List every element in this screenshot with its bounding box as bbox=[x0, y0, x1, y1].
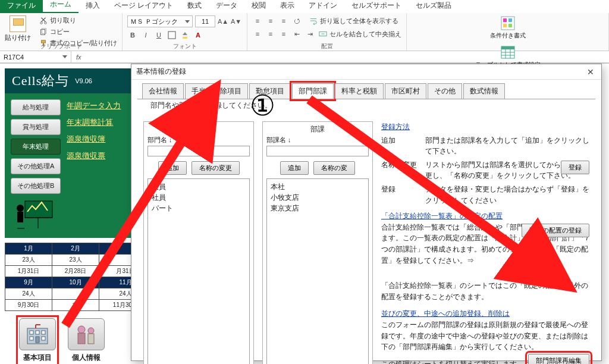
cal-c: 9月30日 bbox=[5, 300, 52, 311]
orientation-icon[interactable]: ⭯ bbox=[291, 15, 302, 26]
ribbon-tab-review[interactable]: 校閲 bbox=[244, 0, 273, 13]
section-list[interactable]: 本社 小牧支店 東京支店 bbox=[266, 178, 369, 364]
link-data-input[interactable]: 年調データ入力 bbox=[67, 101, 121, 111]
ribbon-tab-data[interactable]: データ bbox=[209, 0, 244, 13]
align-middle-icon[interactable]: ≡ bbox=[265, 15, 276, 26]
cond-format-button[interactable]: 条件付き書式 bbox=[412, 15, 604, 39]
indent-inc-icon[interactable]: ⇥ bbox=[304, 29, 315, 39]
big-btn-basic[interactable]: 基本項目 bbox=[19, 318, 56, 363]
svg-rect-6 bbox=[168, 32, 175, 39]
align-left-icon[interactable]: ≡ bbox=[252, 29, 263, 39]
worksheet-stage: Cells給与 V9.06 処 給与処理 賞与処理 年末処理 その他処理A その… bbox=[0, 64, 609, 364]
dept-name-input[interactable] bbox=[147, 146, 250, 156]
svg-rect-28 bbox=[88, 334, 94, 344]
dlg-tab-attend[interactable]: 勤怠項目 bbox=[249, 83, 291, 99]
cut-button[interactable]: 切り取り bbox=[39, 15, 117, 26]
side-btn-payroll[interactable]: 給与処理 bbox=[11, 99, 61, 115]
cal-c: 24人 bbox=[5, 288, 52, 300]
align-right-icon[interactable]: ≡ bbox=[278, 29, 289, 39]
dlg-tab-other[interactable]: その他 bbox=[428, 83, 462, 99]
svg-rect-23 bbox=[36, 337, 39, 343]
dlg-tab-allowance[interactable]: 手当・控除項目 bbox=[185, 83, 248, 99]
people-icon bbox=[68, 318, 105, 350]
help-link-reorder[interactable]: 並びの変更、中途への追加登録、削除は bbox=[381, 308, 593, 319]
dlg-tab-rate-tax[interactable]: 料率と税額 bbox=[335, 83, 384, 99]
paste-button[interactable]: 貼り付け bbox=[5, 15, 36, 42]
italic-icon[interactable]: I bbox=[140, 30, 151, 40]
side-btn-other-a[interactable]: その他処理A bbox=[11, 158, 61, 174]
section-rename-button[interactable]: 名称の変 bbox=[313, 161, 355, 175]
indent-dec-icon[interactable]: ⇤ bbox=[291, 29, 302, 39]
help-link-layout[interactable]: 「合計支給控除一覧表」の既定の配置 bbox=[381, 211, 593, 222]
dept-header: 部門 bbox=[144, 122, 253, 136]
list-item[interactable]: 東京支店 bbox=[271, 203, 365, 214]
dialog-help: 登録方法 追加 部門または部課名を入力して「追加」をクリックして下さい。 名称の… bbox=[381, 121, 593, 364]
help-para: このフォームの部門部課の登録は原則新規の登録で最後尾への登録です。年度の途中で中… bbox=[381, 319, 593, 353]
align-top-icon[interactable]: ≡ bbox=[252, 15, 263, 26]
table-icon bbox=[500, 45, 516, 60]
side-btn-yearend[interactable]: 年末処理 bbox=[11, 139, 61, 155]
svg-rect-14 bbox=[501, 46, 514, 49]
ribbon-tab-insert[interactable]: 挿入 bbox=[79, 0, 107, 13]
border-icon[interactable] bbox=[167, 30, 177, 40]
dlg-tab-formula[interactable]: 数式情報 bbox=[463, 83, 505, 99]
cal-c: 23人 bbox=[5, 255, 52, 266]
copy-button[interactable]: コピー bbox=[39, 27, 117, 37]
font-color-icon[interactable]: A bbox=[193, 30, 203, 40]
section-add-button[interactable]: 追加 bbox=[280, 161, 309, 175]
file-tab[interactable]: ファイル bbox=[0, 0, 43, 13]
dept-list[interactable]: 役員 社員 パート bbox=[147, 178, 250, 364]
default-layout-button[interactable]: 既定の配置の登録 bbox=[522, 224, 589, 237]
list-item[interactable]: 役員 bbox=[152, 181, 246, 192]
ribbon-tab-addins[interactable]: アドイン bbox=[302, 0, 344, 13]
side-btn-other-b[interactable]: その他処理B bbox=[11, 178, 61, 194]
ribbon-tab-formulas[interactable]: 数式 bbox=[180, 0, 209, 13]
decrease-font-icon[interactable]: A▼ bbox=[231, 16, 241, 27]
reedit-button[interactable]: 部門部課再編集 bbox=[528, 354, 589, 364]
big-btn-personal[interactable]: 個人情報 bbox=[68, 318, 105, 363]
merge-label: セルを結合して中央揃え bbox=[329, 30, 401, 39]
underline-icon[interactable]: U bbox=[153, 30, 164, 40]
list-item[interactable]: パート bbox=[152, 203, 246, 214]
side-btn-bonus[interactable]: 賞与処理 bbox=[11, 119, 61, 135]
font-family-value: ＭＳ Ｐゴシック bbox=[130, 17, 178, 26]
dlg-tab-department[interactable]: 部門部課 bbox=[292, 83, 334, 99]
name-box[interactable]: R17C4 bbox=[0, 51, 71, 62]
dept-rename-button[interactable]: 名称の変更 bbox=[192, 161, 240, 175]
merge-center-button[interactable]: セルを結合して中央揃え bbox=[319, 29, 401, 39]
increase-font-icon[interactable]: A▲ bbox=[218, 16, 228, 27]
bold-icon[interactable]: B bbox=[127, 30, 138, 40]
dlg-tab-company[interactable]: 会社情報 bbox=[142, 83, 184, 99]
align-bottom-icon[interactable]: ≡ bbox=[278, 15, 289, 26]
alignment-group-label: 配置 bbox=[247, 42, 406, 51]
fx-icon[interactable]: fx bbox=[71, 54, 86, 61]
svg-rect-24 bbox=[42, 337, 45, 340]
list-item[interactable]: 小牧支店 bbox=[271, 192, 365, 203]
link-calc[interactable]: 年末調整計算 bbox=[67, 117, 121, 128]
list-item[interactable]: 社員 bbox=[152, 192, 246, 203]
ribbon-tab-page-layout[interactable]: ページ レイアウト bbox=[107, 0, 180, 13]
kv-k: 追加 bbox=[381, 135, 419, 157]
align-center-icon[interactable]: ≡ bbox=[265, 29, 276, 39]
section-name-input[interactable] bbox=[266, 146, 369, 156]
dept-add-button[interactable]: 追加 bbox=[158, 161, 187, 175]
cal-c: 23人 bbox=[52, 255, 99, 266]
font-family-select[interactable]: ＭＳ Ｐゴシック bbox=[127, 15, 193, 27]
list-item[interactable]: 本社 bbox=[271, 181, 365, 192]
cond-format-icon bbox=[500, 15, 516, 31]
register-button[interactable]: 登録 bbox=[561, 161, 589, 174]
link-tax-slip[interactable]: 源泉徴収票 bbox=[67, 150, 121, 161]
cal-c: 2月28日 bbox=[52, 266, 99, 277]
ribbon-tab-cells-product[interactable]: セルズ製品 bbox=[409, 0, 459, 13]
close-icon[interactable]: ✕ bbox=[585, 67, 597, 77]
dlg-tab-city[interactable]: 市区町村 bbox=[385, 83, 426, 99]
wrap-text-button[interactable]: 折り返して全体を表示する bbox=[309, 16, 398, 26]
ribbon-tab-view[interactable]: 表示 bbox=[273, 0, 302, 13]
cal-h: 1月 bbox=[5, 243, 52, 255]
fill-color-icon[interactable] bbox=[180, 30, 190, 40]
ribbon-tab-cells-support[interactable]: セルズサポート bbox=[344, 0, 409, 13]
ribbon-tab-home[interactable]: ホーム bbox=[43, 0, 79, 13]
font-size-select[interactable]: 11 bbox=[195, 15, 215, 27]
link-tax-book[interactable]: 源泉徴収簿 bbox=[67, 134, 121, 145]
kv-k: 名称の変更 bbox=[381, 159, 419, 181]
